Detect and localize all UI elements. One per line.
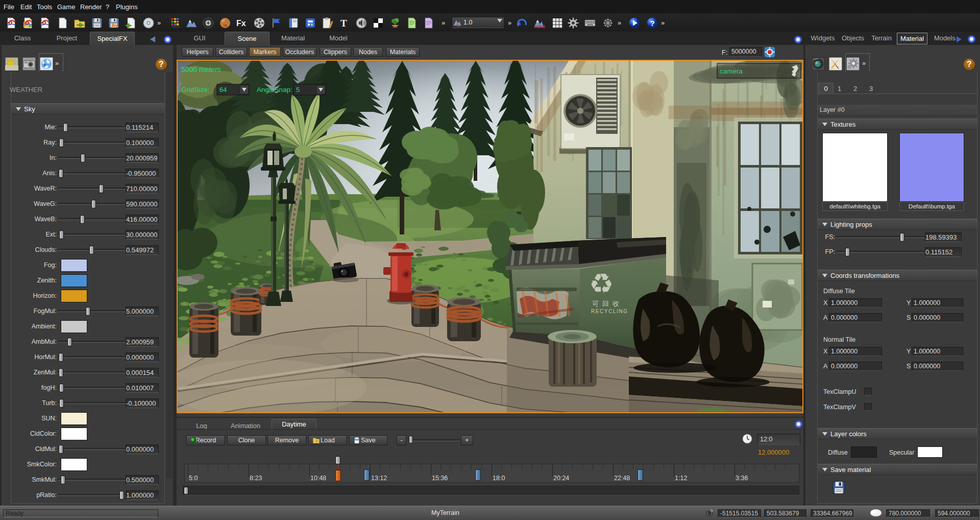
svg-text:?: ? xyxy=(650,19,655,28)
svg-text:camera: camera xyxy=(720,67,743,75)
svg-text:NEW: NEW xyxy=(534,24,545,29)
svg-text:64: 64 xyxy=(219,86,227,93)
svg-text:As: As xyxy=(111,22,118,29)
svg-text:♻: ♻ xyxy=(589,268,614,299)
svg-text:Fx: Fx xyxy=(236,19,246,28)
svg-text:fx: fx xyxy=(457,23,460,28)
svg-text:5: 5 xyxy=(296,86,300,93)
svg-text:AngleSnap:: AngleSnap: xyxy=(257,86,292,93)
svg-text:T: T xyxy=(340,18,347,29)
svg-text:可回收: 可回收 xyxy=(592,300,623,308)
svg-text:RECYCLING: RECYCLING xyxy=(591,309,628,314)
svg-text:GridSize:: GridSize: xyxy=(181,86,210,93)
svg-text:5000 meters: 5000 meters xyxy=(181,65,221,74)
